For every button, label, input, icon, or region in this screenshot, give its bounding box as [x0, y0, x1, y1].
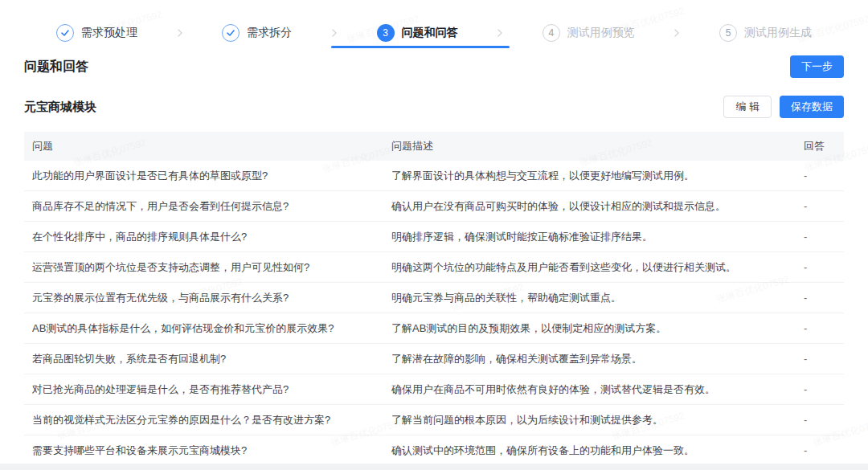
- chevron-right-icon: [329, 27, 340, 39]
- question-cell: 当前的视觉样式无法区分元宝券的原因是什么？是否有改进方案?: [24, 413, 383, 427]
- table-header-row: 问题 问题描述 回答: [24, 132, 844, 161]
- answer-cell: -: [796, 231, 844, 243]
- next-step-button[interactable]: 下一步: [790, 55, 844, 78]
- section-actions: 编 辑 保存数据: [723, 96, 844, 118]
- description-cell: 确认测试中的环境范围，确保所有设备上的功能和用户体验一致。: [383, 443, 796, 458]
- step-label: 测试用例预览: [567, 26, 635, 40]
- question-cell: 此功能的用户界面设计是否已有具体的草图或原型?: [24, 169, 383, 183]
- save-data-button[interactable]: 保存数据: [780, 96, 844, 118]
- table-row: 元宝券的展示位置有无优先级，与商品展示有什么关系? 明确元宝券与商品的关联性，帮…: [24, 283, 844, 313]
- step-number-badge: 5: [719, 24, 737, 42]
- step-label: 测试用例生成: [744, 26, 812, 40]
- question-cell: 商品库存不足的情况下，用户是否会看到任何提示信息?: [24, 199, 383, 214]
- answer-cell: -: [796, 170, 844, 182]
- step-done-check-icon: [56, 24, 74, 42]
- column-header-answer: 回答: [796, 139, 844, 153]
- step-questions-answers[interactable]: 3 问题和问答: [377, 24, 458, 42]
- step-requirement-split[interactable]: 需求拆分: [222, 24, 292, 42]
- question-cell: AB测试的具体指标是什么，如何评估现金价和元宝价的展示效果?: [24, 321, 383, 336]
- step-label: 需求拆分: [247, 26, 292, 40]
- table-row: 需要支持哪些平台和设备来展示元宝商城模块? 确认测试中的环境范围，确保所有设备上…: [24, 435, 844, 466]
- answer-cell: -: [796, 292, 844, 304]
- table-row: 当前的视觉样式无法区分元宝券的原因是什么？是否有改进方案? 了解当前问题的根本原…: [24, 405, 844, 435]
- table-row: 运营强置顶的两个坑位是否支持动态调整，用户可见性如何? 明确这两个坑位的功能特点…: [24, 252, 844, 283]
- description-cell: 明确元宝券与商品的关联性，帮助确定测试重点。: [383, 291, 796, 305]
- step-label: 问题和问答: [402, 26, 458, 40]
- active-step-underline: [331, 46, 510, 48]
- answer-cell: -: [796, 200, 844, 212]
- step-label: 需求预处理: [81, 26, 137, 40]
- question-cell: 在个性化排序中，商品的排序规则具体是什么?: [24, 230, 383, 244]
- table-row: AB测试的具体指标是什么，如何评估现金价和元宝价的展示效果? 了解AB测试的目的…: [24, 313, 844, 344]
- table-row: 此功能的用户界面设计是否已有具体的草图或原型? 了解界面设计的具体构想与交互流程…: [24, 161, 844, 191]
- table-row: 若商品图轮切失败，系统是否有回退机制? 了解潜在故障的影响，确保相关测试覆盖到异…: [24, 344, 844, 374]
- column-header-question: 问题: [24, 139, 383, 153]
- description-cell: 明确排序逻辑，确保测试时能按正确标准验证排序结果。: [383, 230, 796, 244]
- qa-table: 问题 问题描述 回答 此功能的用户界面设计是否已有具体的草图或原型? 了解界面设…: [24, 132, 844, 466]
- module-section-header: 元宝商城模块 编 辑 保存数据: [24, 95, 844, 119]
- table-row: 商品库存不足的情况下，用户是否会看到任何提示信息? 确认用户在没有商品可购买时的…: [24, 191, 844, 222]
- description-cell: 确保用户在商品不可用时依然有良好的体验，测试替代逻辑是否有效。: [383, 382, 796, 397]
- chevron-right-icon: [174, 27, 186, 39]
- table-row: 在个性化排序中，商品的排序规则具体是什么? 明确排序逻辑，确保测试时能按正确标准…: [24, 222, 844, 252]
- wizard-stepper: 需求预处理 需求拆分 3 问题和问答 4 测试用例预览: [0, 0, 868, 48]
- column-header-description: 问题描述: [383, 139, 796, 153]
- step-number-badge: 4: [542, 24, 560, 42]
- answer-cell: -: [796, 444, 844, 456]
- module-title: 元宝商城模块: [24, 100, 96, 115]
- edit-button[interactable]: 编 辑: [723, 96, 772, 118]
- question-cell: 元宝券的展示位置有无优先级，与商品展示有什么关系?: [24, 291, 383, 305]
- chevron-right-icon: [671, 27, 682, 39]
- question-cell: 对已抢光商品的处理逻辑是什么，是否有推荐替代产品?: [24, 382, 383, 397]
- description-cell: 了解当前问题的根本原因，以为后续设计和测试提供参考。: [383, 413, 796, 427]
- description-cell: 确认用户在没有商品可购买时的体验，以便设计相应的测试和提示信息。: [383, 199, 796, 214]
- question-cell: 需要支持哪些平台和设备来展示元宝商城模块?: [24, 443, 383, 458]
- description-cell: 明确这两个坑位的功能特点及用户能否看到这些变化，以便进行相关测试。: [383, 260, 796, 275]
- step-requirement-preprocess[interactable]: 需求预处理: [56, 24, 137, 42]
- answer-cell: -: [796, 414, 844, 426]
- description-cell: 了解潜在故障的影响，确保相关测试覆盖到异常场景。: [383, 352, 796, 366]
- step-testcase-preview[interactable]: 4 测试用例预览: [542, 24, 635, 42]
- page: 张琳百优化07592 张琳百优化07592 张琳百优化07592 张琳百优化07…: [0, 0, 868, 470]
- answer-cell: -: [796, 383, 844, 395]
- description-cell: 了解AB测试的目的及预期效果，以便制定相应的测试方案。: [383, 321, 796, 336]
- page-title: 问题和回答: [24, 59, 88, 76]
- step-done-check-icon: [222, 24, 240, 42]
- chevron-right-icon: [494, 27, 506, 39]
- question-cell: 若商品图轮切失败，系统是否有回退机制?: [24, 352, 383, 366]
- table-row: 对已抢光商品的处理逻辑是什么，是否有推荐替代产品? 确保用户在商品不可用时依然有…: [24, 374, 844, 405]
- answer-cell: -: [796, 261, 844, 273]
- bottom-edge-strip: [0, 464, 868, 470]
- answer-cell: -: [796, 322, 844, 334]
- step-number-badge: 3: [377, 24, 395, 42]
- step-testcase-generate[interactable]: 5 测试用例生成: [719, 24, 812, 42]
- question-cell: 运营强置顶的两个坑位是否支持动态调整，用户可见性如何?: [24, 260, 383, 275]
- description-cell: 了解界面设计的具体构想与交互流程，以便更好地编写测试用例。: [383, 169, 796, 183]
- page-header: 问题和回答 下一步: [24, 55, 844, 79]
- answer-cell: -: [796, 353, 844, 365]
